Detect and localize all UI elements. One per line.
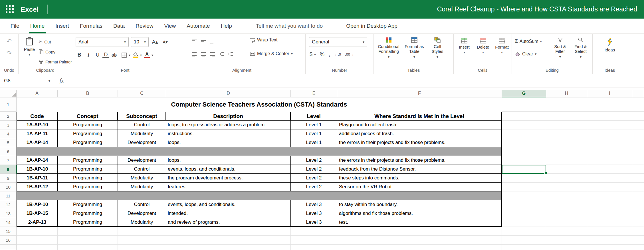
row-header-10[interactable]: 10 xyxy=(0,183,17,191)
cell-F10[interactable]: Sensor on the VR Robot. xyxy=(337,183,502,191)
find-select-button[interactable]: Find & Select ▾ xyxy=(572,37,590,59)
cell-H6[interactable] xyxy=(546,147,587,156)
font-color-button[interactable]: A ▾ xyxy=(144,52,153,58)
italic-button[interactable]: I xyxy=(84,52,93,58)
cell-A9[interactable]: 1B-AP-11 xyxy=(17,174,58,183)
cell-C15[interactable] xyxy=(118,227,166,236)
cell-I7[interactable] xyxy=(587,156,632,165)
cell-E9[interactable]: Level 2 xyxy=(291,174,337,183)
cell-G16[interactable] xyxy=(502,236,546,245)
column-header-G[interactable]: G xyxy=(502,90,546,97)
cell-G12[interactable] xyxy=(502,200,546,209)
cell-H10[interactable] xyxy=(546,183,587,191)
align-middle-icon[interactable] xyxy=(201,38,206,44)
cell-E16[interactable] xyxy=(291,236,337,245)
conditional-formatting-button[interactable]: Conditional Formatting ▾ xyxy=(376,37,401,59)
cell-D9[interactable]: the program development process. xyxy=(166,174,291,183)
cell-J4[interactable] xyxy=(632,129,644,138)
cell-F7[interactable]: the errors in their projects and fix tho… xyxy=(337,156,502,165)
cell-E3[interactable]: Level 1 xyxy=(291,121,337,129)
cell-A17[interactable] xyxy=(17,245,58,250)
cell-J5[interactable] xyxy=(632,138,644,147)
underline-button[interactable]: U xyxy=(93,52,102,58)
cell-J13[interactable] xyxy=(632,209,644,218)
row-header-16[interactable]: 16 xyxy=(0,236,17,245)
cell-D10[interactable]: features. xyxy=(166,183,291,191)
cell-G14[interactable] xyxy=(502,218,546,227)
increase-decimal-button[interactable]: ←.0 xyxy=(334,52,341,57)
cell-F8[interactable]: feedback from the Distance Sensor. xyxy=(337,165,502,174)
fx-icon[interactable]: fx xyxy=(53,74,70,87)
row-header-7[interactable]: 7 xyxy=(0,156,17,165)
cell-H3[interactable] xyxy=(546,121,587,129)
merge-center-button[interactable]: Merge & Center ▾ xyxy=(250,51,293,57)
fill-color-button[interactable]: ▾ xyxy=(133,52,142,58)
cell-D14[interactable]: and review of programs. xyxy=(166,218,291,227)
cell-J1[interactable] xyxy=(632,97,644,112)
cell-A15[interactable] xyxy=(17,227,58,236)
cell-B5[interactable]: Programming xyxy=(58,138,118,147)
cell-J16[interactable] xyxy=(632,236,644,245)
cell-I13[interactable] xyxy=(587,209,632,218)
cell-I2[interactable] xyxy=(587,112,632,121)
cell-F9[interactable]: these steps into commands. xyxy=(337,174,502,183)
cell-H9[interactable] xyxy=(546,174,587,183)
cell-A2[interactable]: Code xyxy=(17,112,58,121)
cell-F2[interactable]: Where Standard is Met in the Level xyxy=(337,112,502,121)
strikethrough-button[interactable]: ab xyxy=(110,53,118,58)
cell-C14[interactable]: Modularity xyxy=(118,218,166,227)
cell-J10[interactable] xyxy=(632,183,644,191)
tab-review[interactable]: Review xyxy=(130,19,159,33)
align-bottom-icon[interactable] xyxy=(210,38,215,44)
cell-B17[interactable] xyxy=(58,245,118,250)
tab-data[interactable]: Data xyxy=(108,19,130,33)
cell-F16[interactable] xyxy=(337,236,502,245)
row-header-9[interactable]: 9 xyxy=(0,174,17,183)
cell-I5[interactable] xyxy=(587,138,632,147)
cell-H2[interactable] xyxy=(546,112,587,121)
cell-I14[interactable] xyxy=(587,218,632,227)
cell-B3[interactable]: Programming xyxy=(58,121,118,129)
cell-C7[interactable]: Development xyxy=(118,156,166,165)
clear-button[interactable]: Clear ▾ xyxy=(515,51,536,57)
cell-E14[interactable]: Level 3 xyxy=(291,218,337,227)
cell-E17[interactable] xyxy=(291,245,337,250)
cell-F14[interactable]: test. xyxy=(337,218,502,227)
cell-A13[interactable]: 1B-AP-15 xyxy=(17,209,58,218)
increase-indent-icon[interactable] xyxy=(228,51,234,57)
paste-button[interactable]: Paste ▾ xyxy=(22,37,37,56)
cell-G2[interactable] xyxy=(502,112,546,121)
cell-G10[interactable] xyxy=(502,183,546,191)
row-header-17[interactable] xyxy=(0,245,17,250)
undo-icon[interactable]: ↶ xyxy=(7,38,12,45)
cell-H12[interactable] xyxy=(546,200,587,209)
cell-I6[interactable] xyxy=(587,147,632,156)
cell-C3[interactable]: Control xyxy=(118,121,166,129)
wrap-text-button[interactable]: Wrap Text xyxy=(250,37,277,43)
cell-G5[interactable] xyxy=(502,138,546,147)
cell-D7[interactable]: loops. xyxy=(166,156,291,165)
row-header-8[interactable]: 8 xyxy=(0,165,17,174)
cell-I1[interactable] xyxy=(587,97,632,112)
cell-D12[interactable]: events, loops, and conditionals. xyxy=(166,200,291,209)
cell-J7[interactable] xyxy=(632,156,644,165)
sort-filter-button[interactable]: Sort & Filter ▾ xyxy=(551,37,569,59)
insert-cells-button[interactable]: Insert ▾ xyxy=(455,38,473,54)
cell-J12[interactable] xyxy=(632,200,644,209)
cell-I10[interactable] xyxy=(587,183,632,191)
cell-G13[interactable] xyxy=(502,209,546,218)
borders-button[interactable]: ▾ xyxy=(121,52,130,58)
percent-style-button[interactable]: % xyxy=(320,51,324,57)
cell-I3[interactable] xyxy=(587,121,632,129)
cell-B13[interactable]: Programming xyxy=(58,209,118,218)
cell-A4[interactable]: 1A-AP-11 xyxy=(17,129,58,138)
accounting-format-button[interactable]: $ ▾ xyxy=(310,51,316,57)
cell-C8[interactable]: Control xyxy=(118,165,166,174)
cell-H7[interactable] xyxy=(546,156,587,165)
cell-F13[interactable]: algorithms and fix those problems. xyxy=(337,209,502,218)
cell-E8[interactable]: Level 2 xyxy=(291,165,337,174)
cell-B14[interactable]: Programming xyxy=(58,218,118,227)
cell-F3[interactable]: Playground to collect trash. xyxy=(337,121,502,129)
cell-I11[interactable] xyxy=(587,191,632,200)
column-header-D[interactable]: D xyxy=(166,90,291,97)
